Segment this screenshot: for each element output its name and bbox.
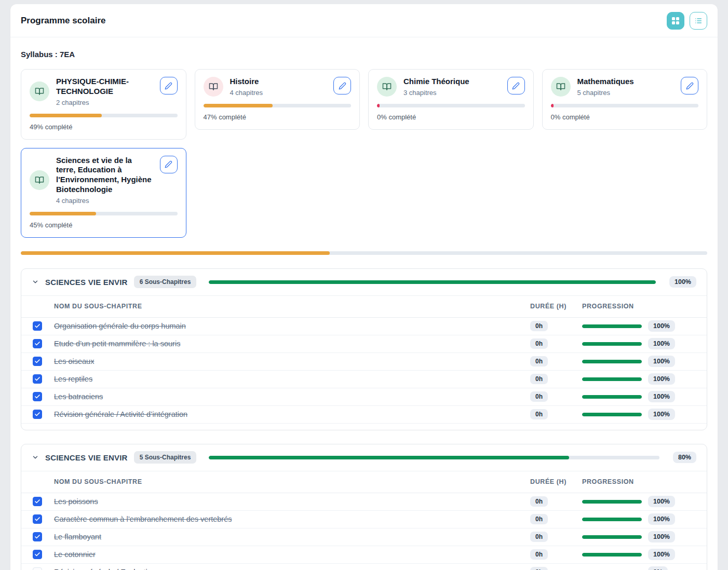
course-card-header: PHYSIQUE-CHIMIE-TECHNOLOGIE 2 chapitres	[30, 77, 178, 106]
list-view-button[interactable]	[690, 12, 707, 30]
table-row: Les reptiles 0h 100%	[21, 371, 707, 388]
chapter-section: SCIENCES VIE ENVIR 5 Sous-Chapitres 80% …	[21, 444, 707, 570]
check-icon	[34, 411, 41, 417]
row-checkbox[interactable]	[33, 497, 42, 506]
column-header-duration: DURÉE (H)	[530, 303, 582, 310]
column-header-name: NOM DU SOUS-CHAPITRE	[54, 303, 530, 310]
content-area: Syllabus : 7EA PHYSIQUE-CHIMIE-TECHNOLOG…	[10, 37, 718, 570]
row-checkbox[interactable]	[33, 321, 42, 331]
row-checkbox[interactable]	[33, 550, 42, 559]
duration-badge: 0h	[530, 391, 548, 402]
section-progress-bar	[209, 456, 659, 459]
table-row: Caractère commun à l’embranchement des v…	[21, 511, 707, 528]
table-row: Les batraciens 0h 100%	[21, 388, 707, 406]
progression-cell: 100%	[582, 549, 696, 560]
progression-cell: 100%	[582, 513, 696, 525]
course-title: Histoire	[230, 77, 327, 87]
course-card[interactable]: PHYSIQUE-CHIMIE-TECHNOLOGIE 2 chapitres …	[21, 69, 186, 140]
row-progress-bar	[582, 360, 642, 363]
subchapter-name: Les poissons	[54, 497, 530, 506]
row-checkbox[interactable]	[33, 392, 42, 401]
chevron-down-icon[interactable]	[32, 278, 39, 286]
row-checkbox[interactable]	[33, 532, 42, 541]
table-row: Les poissons 0h 100%	[21, 493, 707, 511]
subchapter-name: Révision générale / Evaluation	[54, 568, 530, 570]
course-title-block: Chimie Théorique 3 chapitres	[403, 77, 501, 97]
pencil-icon	[686, 82, 694, 90]
row-percent-badge: 100%	[648, 549, 675, 560]
grid-icon	[671, 17, 680, 25]
course-chapter-count: 4 chapitres	[56, 197, 153, 205]
edit-course-button[interactable]	[160, 156, 178, 173]
subchapter-table: NOM DU SOUS-CHAPITRE DURÉE (H) PROGRESSI…	[21, 296, 707, 430]
course-card-header: Sciences et vie de la terre, Education à…	[30, 156, 178, 205]
row-checkbox[interactable]	[33, 567, 42, 570]
row-percent-badge: 100%	[648, 373, 675, 385]
course-chapter-count: 5 chapitres	[577, 89, 675, 97]
checkbox-cell	[21, 392, 54, 401]
check-icon	[34, 376, 41, 382]
course-card-header: Mathematiques 5 chapitres	[551, 77, 699, 97]
table-row: Les oiseaux 0h 100%	[21, 353, 707, 371]
duration-badge: 0h	[530, 567, 548, 570]
duration-badge: 0h	[530, 532, 548, 542]
overall-progress-bar	[21, 251, 707, 255]
row-progress-bar	[582, 395, 642, 399]
main-panel: Programme scolaire Syllabus : 7EA	[10, 4, 718, 570]
chevron-down-icon[interactable]	[32, 454, 39, 461]
table-row: Révision générale / Activité d’intégrati…	[21, 406, 707, 424]
grid-view-button[interactable]	[667, 12, 684, 30]
edit-course-button[interactable]	[681, 77, 698, 94]
section-title: SCIENCES VIE ENVIR	[45, 278, 128, 287]
subchapter-name: Le cotonnier	[54, 550, 530, 559]
course-progress-bar	[30, 212, 178, 215]
checkbox-cell	[21, 550, 54, 559]
checkbox-cell	[21, 374, 54, 384]
row-checkbox[interactable]	[33, 410, 42, 419]
subchapter-name: Les batraciens	[54, 392, 530, 401]
book-icon	[204, 77, 223, 97]
row-progress-bar	[582, 518, 642, 521]
subchapter-name: Les reptiles	[54, 375, 530, 383]
checkbox-cell	[21, 357, 54, 366]
course-card[interactable]: Mathematiques 5 chapitres 0% complété	[542, 69, 708, 130]
edit-course-button[interactable]	[333, 77, 351, 94]
checkbox-cell	[21, 514, 54, 524]
list-icon	[694, 17, 703, 25]
course-card[interactable]: Sciences et vie de la terre, Education à…	[21, 148, 186, 238]
row-checkbox[interactable]	[33, 514, 42, 524]
row-percent-badge: 100%	[648, 513, 675, 525]
pencil-icon	[165, 160, 172, 168]
chapter-section: SCIENCES VIE ENVIR 6 Sous-Chapitres 100%…	[21, 268, 707, 430]
course-card[interactable]: Chimie Théorique 3 chapitres 0% complété	[368, 69, 534, 130]
course-title: Chimie Théorique	[403, 77, 501, 87]
section-header[interactable]: SCIENCES VIE ENVIR 6 Sous-Chapitres 100%	[21, 269, 707, 296]
row-progress-bar	[582, 324, 642, 328]
course-percent-label: 45% complété	[30, 221, 178, 229]
page-title: Programme scolaire	[21, 16, 105, 26]
duration-badge: 0h	[530, 496, 548, 507]
progression-cell: 100%	[582, 338, 696, 349]
row-percent-badge: 100%	[648, 391, 675, 402]
row-percent-badge: 100%	[648, 409, 675, 420]
row-percent-badge: 100%	[648, 356, 675, 367]
section-percent-badge: 80%	[673, 452, 696, 463]
table-header-row: NOM DU SOUS-CHAPITRE DURÉE (H) PROGRESSI…	[21, 296, 707, 318]
edit-course-button[interactable]	[160, 77, 178, 94]
row-checkbox[interactable]	[33, 339, 42, 348]
duration-badge: 0h	[530, 514, 548, 524]
course-card-header: Chimie Théorique 3 chapitres	[377, 77, 525, 97]
progression-cell: 0%	[582, 566, 696, 570]
section-header[interactable]: SCIENCES VIE ENVIR 5 Sous-Chapitres 80%	[21, 444, 707, 471]
duration-badge: 0h	[530, 338, 548, 349]
pencil-icon	[339, 82, 346, 90]
edit-course-button[interactable]	[507, 77, 525, 94]
row-checkbox[interactable]	[33, 357, 42, 366]
course-percent-label: 0% complété	[377, 113, 525, 121]
column-header-progression: PROGRESSION	[582, 478, 696, 485]
row-progress-bar	[582, 377, 642, 381]
progression-cell: 100%	[582, 356, 696, 367]
row-checkbox[interactable]	[33, 374, 42, 384]
course-card[interactable]: Histoire 4 chapitres 47% complété	[195, 69, 360, 130]
course-title-block: Histoire 4 chapitres	[230, 77, 327, 97]
